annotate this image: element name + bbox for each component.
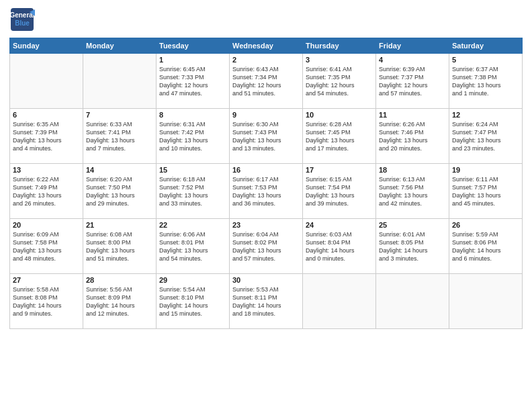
calendar-cell: 1Sunrise: 6:45 AM Sunset: 7:33 PM Daylig… — [157, 54, 230, 109]
day-number: 9 — [232, 111, 300, 119]
calendar-cell: 14Sunrise: 6:20 AM Sunset: 7:50 PM Dayli… — [83, 164, 157, 219]
day-number: 23 — [232, 221, 300, 229]
day-info: Sunrise: 6:37 AM Sunset: 7:38 PM Dayligh… — [452, 65, 519, 98]
day-info: Sunrise: 6:41 AM Sunset: 7:35 PM Dayligh… — [306, 65, 373, 98]
weekday-header: Sunday — [10, 38, 83, 54]
day-info: Sunrise: 6:09 AM Sunset: 7:58 PM Dayligh… — [13, 230, 80, 263]
day-info: Sunrise: 6:13 AM Sunset: 7:56 PM Dayligh… — [379, 175, 446, 208]
day-number: 29 — [159, 276, 226, 284]
day-info: Sunrise: 6:31 AM Sunset: 7:42 PM Dayligh… — [159, 120, 226, 153]
day-number: 15 — [159, 166, 226, 174]
day-number: 12 — [452, 111, 519, 119]
calendar-week-row: 20Sunrise: 6:09 AM Sunset: 7:58 PM Dayli… — [10, 219, 523, 274]
day-number: 13 — [13, 166, 80, 174]
day-info: Sunrise: 6:45 AM Sunset: 7:33 PM Dayligh… — [159, 65, 226, 98]
weekday-header: Saturday — [449, 38, 523, 54]
day-info: Sunrise: 6:39 AM Sunset: 7:37 PM Dayligh… — [379, 65, 446, 98]
calendar-table: SundayMondayTuesdayWednesdayThursdayFrid… — [9, 38, 523, 329]
day-number: 18 — [379, 166, 446, 174]
calendar-cell: 13Sunrise: 6:22 AM Sunset: 7:49 PM Dayli… — [10, 164, 83, 219]
day-number: 19 — [452, 166, 519, 174]
calendar-cell: 27Sunrise: 5:58 AM Sunset: 8:08 PM Dayli… — [10, 274, 83, 329]
day-info: Sunrise: 6:22 AM Sunset: 7:49 PM Dayligh… — [13, 175, 80, 208]
calendar-cell — [303, 274, 376, 329]
calendar-cell: 19Sunrise: 6:11 AM Sunset: 7:57 PM Dayli… — [449, 164, 523, 219]
day-info: Sunrise: 6:06 AM Sunset: 8:01 PM Dayligh… — [159, 230, 226, 263]
day-number: 1 — [159, 56, 226, 64]
day-info: Sunrise: 6:04 AM Sunset: 8:02 PM Dayligh… — [232, 230, 300, 263]
day-info: Sunrise: 6:26 AM Sunset: 7:46 PM Dayligh… — [379, 120, 446, 153]
calendar-cell: 30Sunrise: 5:53 AM Sunset: 8:11 PM Dayli… — [230, 274, 303, 329]
day-number: 6 — [13, 111, 80, 119]
day-number: 2 — [232, 56, 300, 64]
day-number: 25 — [379, 221, 446, 229]
day-info: Sunrise: 6:08 AM Sunset: 8:00 PM Dayligh… — [86, 230, 153, 263]
calendar-cell: 24Sunrise: 6:03 AM Sunset: 8:04 PM Dayli… — [303, 219, 376, 274]
day-info: Sunrise: 6:17 AM Sunset: 7:53 PM Dayligh… — [232, 175, 300, 208]
day-number: 10 — [306, 111, 373, 119]
calendar-cell: 8Sunrise: 6:31 AM Sunset: 7:42 PM Daylig… — [157, 109, 230, 164]
calendar-cell: 4Sunrise: 6:39 AM Sunset: 7:37 PM Daylig… — [376, 54, 449, 109]
day-number: 24 — [306, 221, 373, 229]
weekday-header: Tuesday — [157, 38, 230, 54]
day-number: 11 — [379, 111, 446, 119]
calendar-cell: 23Sunrise: 6:04 AM Sunset: 8:02 PM Dayli… — [230, 219, 303, 274]
weekday-header: Thursday — [303, 38, 376, 54]
weekday-header: Wednesday — [230, 38, 303, 54]
page-header: General Blue — [9, 7, 523, 32]
day-number: 30 — [232, 276, 300, 284]
logo-icon: General Blue — [9, 7, 35, 32]
day-number: 27 — [13, 276, 80, 284]
day-number: 8 — [159, 111, 226, 119]
day-info: Sunrise: 6:30 AM Sunset: 7:43 PM Dayligh… — [232, 120, 300, 153]
day-number: 16 — [232, 166, 300, 174]
day-number: 26 — [452, 221, 519, 229]
calendar-cell: 6Sunrise: 6:35 AM Sunset: 7:39 PM Daylig… — [10, 109, 83, 164]
calendar-cell: 25Sunrise: 6:01 AM Sunset: 8:05 PM Dayli… — [376, 219, 449, 274]
day-info: Sunrise: 6:43 AM Sunset: 7:34 PM Dayligh… — [232, 65, 300, 98]
calendar-week-row: 13Sunrise: 6:22 AM Sunset: 7:49 PM Dayli… — [10, 164, 523, 219]
calendar-cell: 17Sunrise: 6:15 AM Sunset: 7:54 PM Dayli… — [303, 164, 376, 219]
calendar-week-row: 6Sunrise: 6:35 AM Sunset: 7:39 PM Daylig… — [10, 109, 523, 164]
day-number: 28 — [86, 276, 153, 284]
calendar-cell: 2Sunrise: 6:43 AM Sunset: 7:34 PM Daylig… — [230, 54, 303, 109]
calendar-cell — [10, 54, 83, 109]
calendar-week-row: 27Sunrise: 5:58 AM Sunset: 8:08 PM Dayli… — [10, 274, 523, 329]
day-info: Sunrise: 6:24 AM Sunset: 7:47 PM Dayligh… — [452, 120, 519, 153]
day-info: Sunrise: 6:15 AM Sunset: 7:54 PM Dayligh… — [306, 175, 373, 208]
day-info: Sunrise: 5:53 AM Sunset: 8:11 PM Dayligh… — [232, 285, 300, 318]
day-info: Sunrise: 5:58 AM Sunset: 8:08 PM Dayligh… — [13, 285, 80, 318]
day-info: Sunrise: 6:33 AM Sunset: 7:41 PM Dayligh… — [86, 120, 153, 153]
calendar-cell: 29Sunrise: 5:54 AM Sunset: 8:10 PM Dayli… — [157, 274, 230, 329]
calendar-cell — [449, 274, 523, 329]
calendar-cell: 26Sunrise: 5:59 AM Sunset: 8:06 PM Dayli… — [449, 219, 523, 274]
calendar-cell: 11Sunrise: 6:26 AM Sunset: 7:46 PM Dayli… — [376, 109, 449, 164]
day-info: Sunrise: 5:56 AM Sunset: 8:09 PM Dayligh… — [86, 285, 153, 318]
calendar-cell: 12Sunrise: 6:24 AM Sunset: 7:47 PM Dayli… — [449, 109, 523, 164]
calendar-week-row: 1Sunrise: 6:45 AM Sunset: 7:33 PM Daylig… — [10, 54, 523, 109]
calendar-cell: 10Sunrise: 6:28 AM Sunset: 7:45 PM Dayli… — [303, 109, 376, 164]
day-info: Sunrise: 6:11 AM Sunset: 7:57 PM Dayligh… — [452, 175, 519, 208]
day-number: 22 — [159, 221, 226, 229]
calendar-cell: 9Sunrise: 6:30 AM Sunset: 7:43 PM Daylig… — [230, 109, 303, 164]
day-number: 7 — [86, 111, 153, 119]
weekday-header: Friday — [376, 38, 449, 54]
day-number: 20 — [13, 221, 80, 229]
calendar-cell: 28Sunrise: 5:56 AM Sunset: 8:09 PM Dayli… — [83, 274, 157, 329]
day-info: Sunrise: 6:03 AM Sunset: 8:04 PM Dayligh… — [306, 230, 373, 263]
calendar-cell — [376, 274, 449, 329]
day-number: 3 — [306, 56, 373, 64]
calendar-page: General Blue SundayMondayTuesdayWednesda… — [0, 0, 532, 411]
logo: General Blue — [9, 7, 36, 32]
calendar-cell: 5Sunrise: 6:37 AM Sunset: 7:38 PM Daylig… — [449, 54, 523, 109]
day-info: Sunrise: 6:20 AM Sunset: 7:50 PM Dayligh… — [86, 175, 153, 208]
calendar-cell — [83, 54, 157, 109]
day-info: Sunrise: 6:35 AM Sunset: 7:39 PM Dayligh… — [13, 120, 80, 153]
day-info: Sunrise: 5:59 AM Sunset: 8:06 PM Dayligh… — [452, 230, 519, 263]
calendar-cell: 15Sunrise: 6:18 AM Sunset: 7:52 PM Dayli… — [157, 164, 230, 219]
calendar-cell: 7Sunrise: 6:33 AM Sunset: 7:41 PM Daylig… — [83, 109, 157, 164]
day-info: Sunrise: 5:54 AM Sunset: 8:10 PM Dayligh… — [159, 285, 226, 318]
day-number: 4 — [379, 56, 446, 64]
day-info: Sunrise: 6:18 AM Sunset: 7:52 PM Dayligh… — [159, 175, 226, 208]
day-number: 5 — [452, 56, 519, 64]
